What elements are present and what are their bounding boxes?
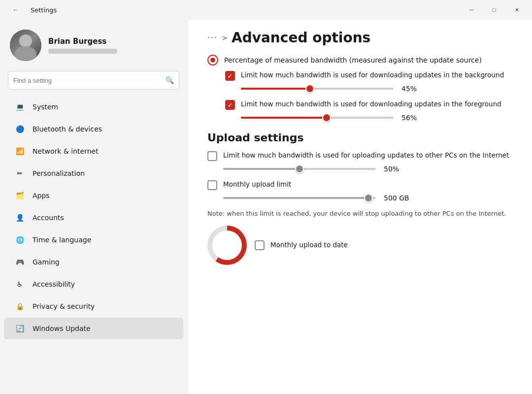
background-slider-thumb[interactable]	[305, 84, 314, 93]
windows-update-label: Windows Update	[33, 325, 91, 332]
apps-icon: 🗂️	[14, 190, 26, 201]
sidebar-item-privacy[interactable]: 🔒Privacy & security	[4, 296, 183, 317]
sidebar-item-time[interactable]: 🌐Time & language	[4, 229, 183, 251]
gaming-label: Gaming	[33, 258, 60, 266]
sidebar: Brian Burgess 🔍 💻System🔵Bluetooth & devi…	[0, 20, 187, 394]
back-button[interactable]: ←	[4, 2, 27, 18]
background-slider-fill	[241, 88, 310, 90]
upload-slider-fill	[223, 168, 299, 170]
foreground-label: Limit how much bandwidth is used for dow…	[241, 99, 501, 109]
page-title: Advanced options	[232, 30, 370, 46]
background-bandwidth-section: ✓ Limit how much bandwidth is used for d…	[225, 70, 512, 122]
foreground-slider-fill	[241, 117, 327, 119]
sidebar-item-bluetooth[interactable]: 🔵Bluetooth & devices	[4, 118, 183, 140]
system-label: System	[33, 103, 58, 111]
circle-inner	[212, 230, 242, 260]
monthly-upload-checkbox-row: ✓ Monthly upload to date	[255, 240, 348, 250]
sidebar-item-gaming[interactable]: 🎮Gaming	[4, 251, 183, 273]
monthly-limit-checkbox-row: ✓ Monthly upload limit	[207, 180, 512, 190]
search-icon: 🔍	[166, 76, 174, 84]
radio-button[interactable]	[207, 55, 218, 66]
maximize-button[interactable]: □	[483, 2, 505, 18]
windows-update-icon: 🔄	[14, 323, 26, 334]
upload-slider[interactable]	[223, 168, 376, 170]
accounts-label: Accounts	[33, 214, 64, 222]
sidebar-item-system[interactable]: 💻System	[4, 96, 183, 118]
user-email	[48, 49, 117, 54]
close-button[interactable]: ✕	[505, 2, 528, 18]
accounts-icon: 👤	[14, 212, 26, 224]
titlebar: ← Settings ─ □ ✕	[0, 0, 532, 20]
monthly-limit-slider[interactable]	[223, 197, 376, 199]
monthly-upload-label: Monthly upload to date	[270, 240, 348, 250]
sidebar-item-personalization[interactable]: ✏️Personalization	[4, 163, 183, 184]
monthly-limit-slider-thumb[interactable]	[364, 194, 373, 202]
sidebar-item-accounts[interactable]: 👤Accounts	[4, 207, 183, 229]
foreground-slider[interactable]	[241, 117, 394, 119]
foreground-slider-value: 56%	[401, 114, 426, 122]
breadcrumb-dots: ···	[207, 33, 218, 42]
monthly-upload-checkbox[interactable]: ✓	[255, 240, 265, 250]
accessibility-label: Accessibility	[33, 280, 75, 288]
upload-slider-value: 50%	[384, 165, 408, 173]
upload-slider-thumb[interactable]	[295, 164, 304, 173]
background-checkbox[interactable]: ✓	[225, 71, 235, 81]
system-icon: 💻	[14, 101, 26, 113]
network-label: Network & internet	[33, 147, 99, 155]
search-input[interactable]	[13, 77, 162, 84]
nav-list: 💻System🔵Bluetooth & devices📶Network & in…	[0, 96, 187, 340]
breadcrumb-separator: >	[222, 34, 228, 42]
bluetooth-label: Bluetooth & devices	[33, 125, 102, 133]
accessibility-icon: ♿	[14, 278, 26, 290]
privacy-label: Privacy & security	[33, 302, 95, 310]
upload-label: Limit how much bandwidth is used for upl…	[223, 151, 509, 160]
foreground-slider-thumb[interactable]	[322, 113, 331, 122]
upload-checkbox[interactable]: ✓	[207, 151, 217, 161]
background-slider[interactable]	[241, 88, 394, 90]
avatar-image	[10, 30, 41, 61]
background-slider-row: 45%	[241, 85, 512, 93]
privacy-icon: 🔒	[14, 300, 26, 312]
background-checkbox-row: ✓ Limit how much bandwidth is used for d…	[225, 70, 512, 81]
search-box[interactable]: 🔍	[8, 71, 179, 90]
background-slider-value: 45%	[401, 85, 426, 93]
personalization-icon: ✏️	[14, 167, 26, 179]
upload-section-title: Upload settings	[207, 131, 512, 144]
monthly-limit-slider-row: 500 GB	[223, 194, 512, 202]
apps-label: Apps	[33, 192, 50, 199]
app-body: Brian Burgess 🔍 💻System🔵Bluetooth & devi…	[0, 20, 532, 394]
foreground-slider-row: 56%	[241, 114, 512, 122]
background-label: Limit how much bandwidth is used for dow…	[241, 70, 504, 80]
radio-label: Percentage of measured bandwidth (measur…	[224, 56, 482, 64]
bluetooth-icon: 🔵	[14, 123, 26, 135]
sidebar-item-accessibility[interactable]: ♿Accessibility	[4, 273, 183, 295]
foreground-checkbox[interactable]: ✓	[225, 100, 235, 110]
foreground-checkbox-row: ✓ Limit how much bandwidth is used for d…	[225, 99, 512, 110]
app-title: Settings	[31, 6, 57, 14]
upload-checkbox-row: ✓ Limit how much bandwidth is used for u…	[207, 151, 512, 161]
circle-indicator	[207, 226, 247, 265]
user-info: Brian Burgess	[48, 37, 117, 54]
user-section: Brian Burgess	[0, 20, 187, 69]
gaming-icon: 🎮	[14, 256, 26, 268]
network-icon: 📶	[14, 145, 26, 157]
titlebar-left: ← Settings	[4, 2, 57, 18]
time-label: Time & language	[33, 236, 91, 244]
monthly-upload-row: ✓ Monthly upload to date	[207, 226, 512, 265]
avatar[interactable]	[10, 30, 41, 61]
user-name: Brian Burgess	[48, 37, 117, 46]
sidebar-item-apps[interactable]: 🗂️Apps	[4, 185, 183, 206]
minimize-button[interactable]: ─	[460, 2, 483, 18]
monthly-limit-value: 500 GB	[384, 194, 409, 202]
monthly-limit-label: Monthly upload limit	[223, 180, 291, 189]
sidebar-item-network[interactable]: 📶Network & internet	[4, 140, 183, 162]
personalization-label: Personalization	[33, 169, 85, 177]
monthly-limit-slider-fill	[223, 197, 368, 199]
upload-slider-row: 50%	[223, 165, 512, 173]
radio-option[interactable]: Percentage of measured bandwidth (measur…	[207, 55, 512, 66]
sidebar-item-windows-update[interactable]: 🔄Windows Update	[4, 318, 183, 339]
window-controls: ─ □ ✕	[460, 2, 528, 18]
breadcrumb: ··· > Advanced options	[207, 30, 512, 46]
content-area: ··· > Advanced options Percentage of mea…	[187, 20, 532, 394]
monthly-limit-checkbox[interactable]: ✓	[207, 180, 217, 190]
